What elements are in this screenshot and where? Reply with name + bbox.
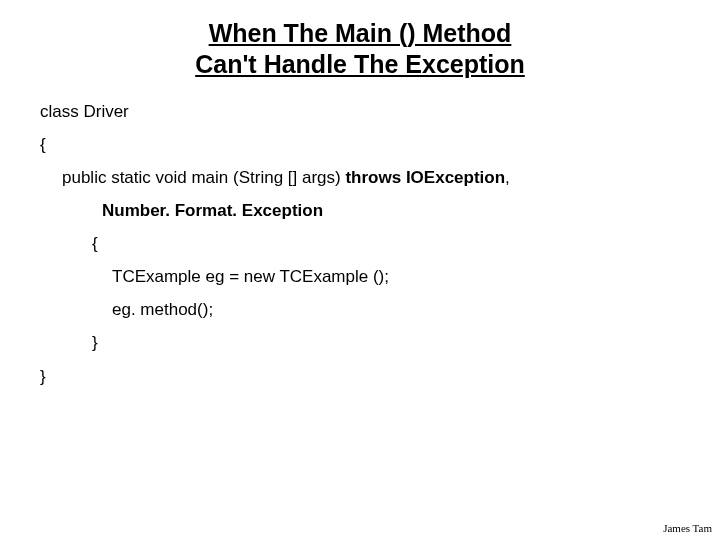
footer-author: James Tam bbox=[663, 522, 712, 534]
title-line-1: When The Main () Method bbox=[209, 19, 512, 47]
code-line: TCExample eg = new TCExample (); bbox=[40, 260, 680, 293]
slide-title: When The Main () Method Can't Handle The… bbox=[0, 0, 720, 81]
code-line: } bbox=[40, 360, 680, 393]
code-line: class Driver bbox=[40, 95, 680, 128]
slide: When The Main () Method Can't Handle The… bbox=[0, 0, 720, 540]
code-body: class Driver { public static void main (… bbox=[0, 81, 720, 393]
title-line-2: Can't Handle The Exception bbox=[195, 50, 525, 78]
code-line: { bbox=[40, 227, 680, 260]
code-line: { bbox=[40, 128, 680, 161]
code-line: Number. Format. Exception bbox=[40, 194, 680, 227]
code-line: public static void main (String [] args)… bbox=[40, 161, 680, 194]
code-line: eg. method(); bbox=[40, 293, 680, 326]
code-text: , bbox=[505, 168, 510, 187]
code-text: public static void main (String [] args) bbox=[62, 168, 345, 187]
code-text-bold: throws IOException bbox=[345, 168, 505, 187]
code-line: } bbox=[40, 326, 680, 359]
